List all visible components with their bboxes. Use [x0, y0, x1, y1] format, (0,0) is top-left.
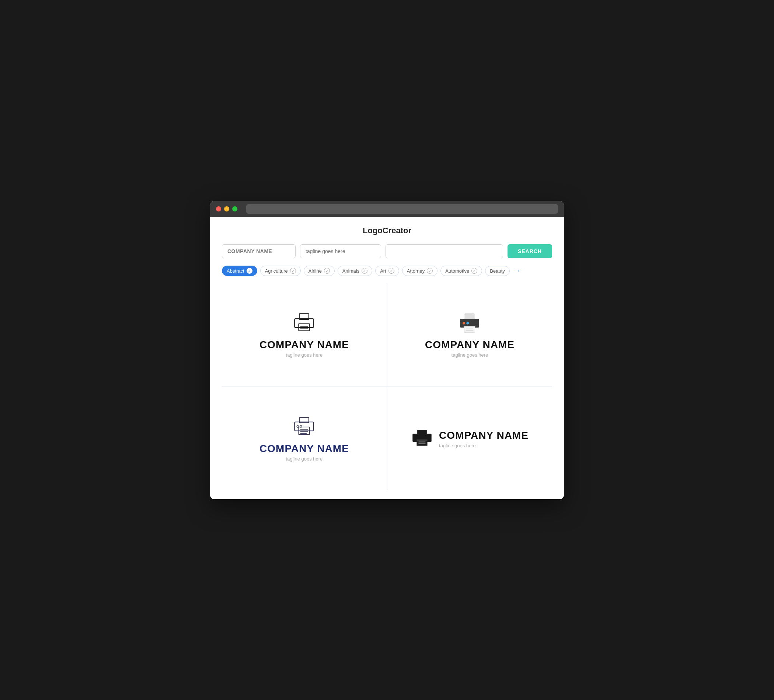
category-airline[interactable]: Airline ✓ — [304, 266, 335, 276]
category-abstract-check: ✓ — [246, 268, 253, 274]
category-abstract-label: Abstract — [227, 268, 244, 274]
category-agriculture[interactable]: Agriculture ✓ — [260, 266, 301, 276]
search-bar: SEARCH — [222, 244, 552, 258]
logo3-tagline: tagline goes here — [286, 456, 323, 462]
logo2-company-name: COMPANY NAME — [425, 339, 514, 351]
svg-point-7 — [463, 322, 465, 324]
logo4-tagline: tagline goes here — [439, 443, 529, 448]
logo2-tagline: tagline goes here — [452, 352, 488, 358]
svg-rect-26 — [417, 439, 428, 441]
app-title: LogoCreator — [222, 226, 552, 235]
logo3-company-name: COMPANY NAME — [260, 443, 349, 455]
svg-rect-5 — [465, 314, 475, 319]
category-automotive-label: Automotive — [445, 268, 469, 274]
close-button[interactable] — [216, 206, 221, 211]
logo-card-4-inner: COMPANY NAME tagline goes here — [411, 429, 529, 449]
svg-point-15 — [297, 425, 299, 427]
category-agriculture-check: ✓ — [290, 268, 296, 274]
category-animals-label: Animals — [342, 268, 359, 274]
logo-card-3[interactable]: COMPANY NAME tagline goes here — [222, 387, 387, 490]
category-agriculture-label: Agriculture — [265, 268, 288, 274]
svg-rect-10 — [465, 326, 475, 332]
app-content: LogoCreator SEARCH Abstract ✓ Agricultur… — [210, 217, 564, 499]
logo1-company-name: COMPANY NAME — [260, 339, 349, 351]
minimize-button[interactable] — [224, 206, 229, 211]
logo-card-2[interactable]: COMPANY NAME tagline goes here — [387, 283, 552, 386]
category-art-check: ✓ — [389, 268, 394, 274]
svg-rect-21 — [417, 430, 427, 434]
logo-card-4[interactable]: COMPANY NAME tagline goes here — [387, 387, 552, 490]
category-abstract[interactable]: Abstract ✓ — [222, 266, 257, 276]
url-bar[interactable] — [246, 204, 558, 214]
logo-card-1[interactable]: COMPANY NAME tagline goes here — [222, 283, 387, 386]
logo1-tagline: tagline goes here — [286, 352, 323, 358]
category-automotive-check: ✓ — [471, 268, 477, 274]
logo-card-3-inner: COMPANY NAME tagline goes here — [260, 416, 349, 462]
categories-next-arrow[interactable]: → — [514, 267, 521, 275]
app-window: LogoCreator SEARCH Abstract ✓ Agricultur… — [210, 201, 564, 499]
search-button[interactable]: SEARCH — [508, 244, 552, 258]
printer-icon-outline — [291, 312, 317, 335]
logo-grid: COMPANY NAME tagline goes here — [222, 283, 552, 490]
company-name-input[interactable] — [222, 244, 296, 258]
tagline-input[interactable] — [300, 244, 381, 258]
category-beauty[interactable]: Beauty — [485, 266, 509, 276]
category-art-label: Art — [380, 268, 386, 274]
category-airline-label: Airline — [309, 268, 322, 274]
logo-card-1-inner: COMPANY NAME tagline goes here — [260, 312, 349, 358]
category-art[interactable]: Art ✓ — [375, 266, 399, 276]
titlebar — [210, 201, 564, 217]
printer-icon-color — [456, 312, 483, 335]
svg-point-8 — [466, 322, 469, 324]
printer-icon-outline2 — [291, 416, 317, 438]
categories-bar: Abstract ✓ Agriculture ✓ Airline ✓ Anima… — [222, 266, 552, 276]
category-airline-check: ✓ — [324, 268, 330, 274]
logo4-company-name: COMPANY NAME — [439, 429, 529, 441]
category-automotive[interactable]: Automotive ✓ — [440, 266, 482, 276]
category-attorney-check: ✓ — [427, 268, 433, 274]
fullscreen-button[interactable] — [232, 206, 237, 211]
logo-card-2-inner: COMPANY NAME tagline goes here — [425, 312, 514, 358]
category-beauty-label: Beauty — [490, 268, 504, 274]
printer-icon-solid — [411, 429, 433, 449]
category-animals-check: ✓ — [362, 268, 367, 274]
category-animals[interactable]: Animals ✓ — [337, 266, 372, 276]
logo4-text-block: COMPANY NAME tagline goes here — [439, 429, 529, 448]
category-attorney-label: Attorney — [407, 268, 425, 274]
keyword-input[interactable] — [385, 244, 503, 258]
category-attorney[interactable]: Attorney ✓ — [402, 266, 438, 276]
